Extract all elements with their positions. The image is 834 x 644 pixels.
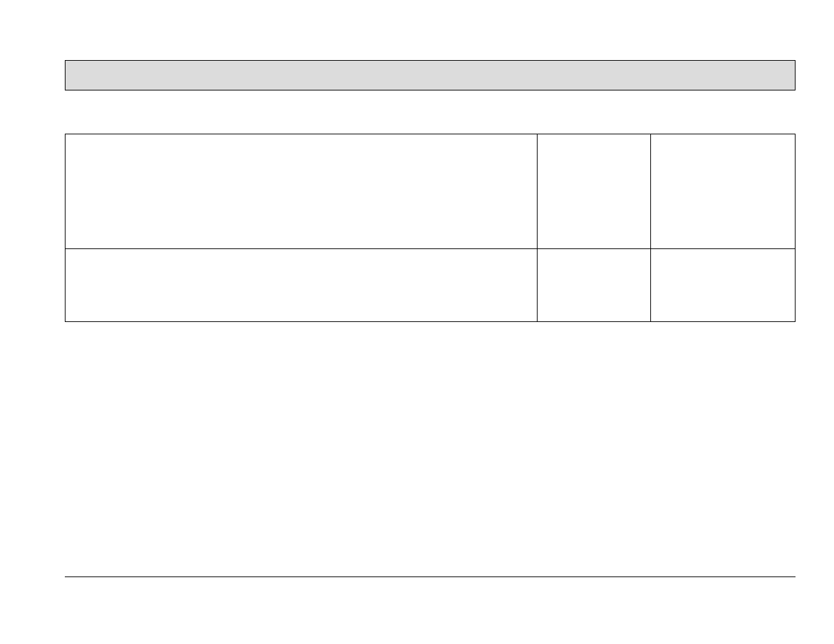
table-cell [66, 249, 538, 322]
main-table [65, 134, 796, 322]
header-bar [65, 60, 796, 90]
table-row [66, 249, 796, 322]
footer-rule [65, 576, 796, 577]
table-cell [538, 134, 651, 249]
table-row [66, 134, 796, 249]
table-cell [651, 249, 796, 322]
table-cell [651, 134, 796, 249]
table-cell [66, 134, 538, 249]
table-cell [538, 249, 651, 322]
